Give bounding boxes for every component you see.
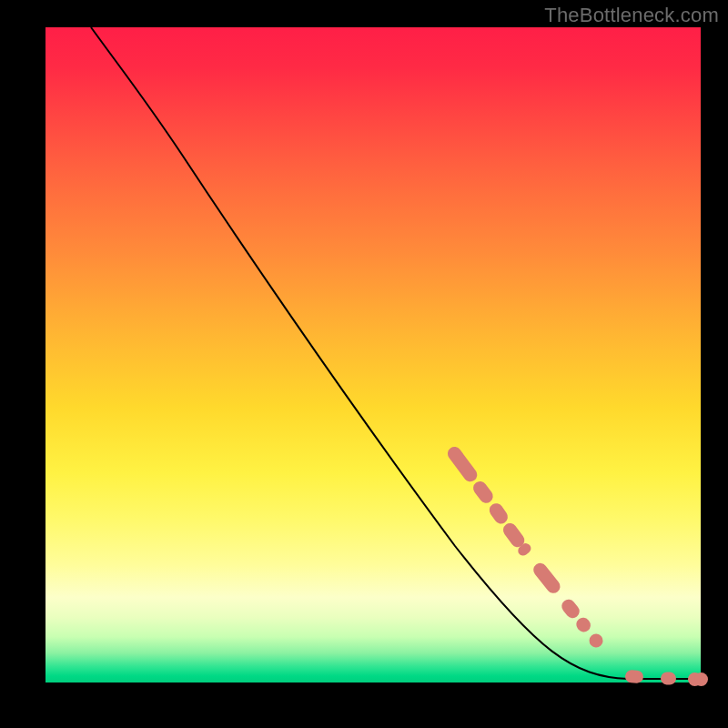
bottleneck-curve xyxy=(91,27,701,679)
chart-frame: TheBottleneck.com xyxy=(0,0,728,728)
chart-plot-area xyxy=(46,27,701,682)
marker-segment xyxy=(625,670,644,683)
curve-svg xyxy=(46,27,701,682)
marker-segment xyxy=(661,672,677,685)
watermark-label: TheBottleneck.com xyxy=(544,4,719,27)
marker-dot xyxy=(694,672,708,686)
